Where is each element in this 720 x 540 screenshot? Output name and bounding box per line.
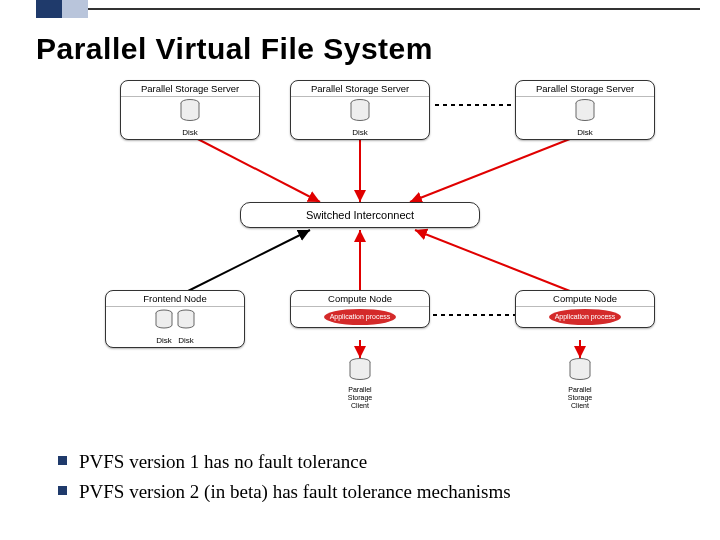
bullet-list: PVFS version 1 has no fault tolerance PV… bbox=[58, 449, 680, 510]
disk-icon: Disk bbox=[180, 99, 200, 137]
bullet-square-icon bbox=[58, 456, 67, 465]
storage-server-label: Parallel Storage Server bbox=[291, 81, 429, 97]
bullet-item: PVFS version 1 has no fault tolerance bbox=[58, 449, 680, 476]
disk-label: Disk bbox=[350, 128, 370, 137]
svg-line-7 bbox=[415, 230, 580, 295]
compute-node-2: Compute Node Application process bbox=[515, 290, 655, 328]
disk-label: Disk bbox=[155, 336, 173, 345]
disk-label: Disk bbox=[575, 128, 595, 137]
storage-server-3: Parallel Storage Server Disk bbox=[515, 80, 655, 140]
disk-icon: Disk bbox=[350, 99, 370, 137]
accent-square-dark bbox=[36, 0, 62, 18]
pvfs-diagram: Parallel Storage Server Disk Parallel St… bbox=[60, 80, 660, 410]
application-process: Application process bbox=[324, 309, 397, 325]
bullet-item: PVFS version 2 (in beta) has fault toler… bbox=[58, 479, 680, 506]
disk-icon: Disk bbox=[155, 309, 173, 345]
disk-icon: Disk bbox=[177, 309, 195, 345]
parallel-storage-client-2: Parallel Storage Client bbox=[559, 358, 601, 410]
storage-server-label: Parallel Storage Server bbox=[516, 81, 654, 97]
storage-server-1: Parallel Storage Server Disk bbox=[120, 80, 260, 140]
cylinder-icon bbox=[559, 358, 601, 384]
disk-label: Disk bbox=[180, 128, 200, 137]
accent-bar bbox=[0, 0, 720, 18]
frontend-label: Frontend Node bbox=[106, 291, 244, 307]
bullet-text: PVFS version 2 (in beta) has fault toler… bbox=[79, 479, 511, 506]
svg-line-4 bbox=[410, 135, 580, 202]
disk-icon: Disk bbox=[575, 99, 595, 137]
compute-label: Compute Node bbox=[291, 291, 429, 307]
svg-line-5 bbox=[180, 230, 310, 295]
compute-label: Compute Node bbox=[516, 291, 654, 307]
parallel-storage-client-1: Parallel Storage Client bbox=[339, 358, 381, 410]
switched-interconnect: Switched Interconnect bbox=[240, 202, 480, 228]
frontend-node: Frontend Node Disk Disk bbox=[105, 290, 245, 348]
psc-label: Parallel Storage Client bbox=[559, 386, 601, 410]
svg-line-2 bbox=[190, 135, 320, 202]
storage-server-label: Parallel Storage Server bbox=[121, 81, 259, 97]
compute-node-1: Compute Node Application process bbox=[290, 290, 430, 328]
bullet-square-icon bbox=[58, 486, 67, 495]
application-process: Application process bbox=[549, 309, 622, 325]
storage-server-2: Parallel Storage Server Disk bbox=[290, 80, 430, 140]
psc-label: Parallel Storage Client bbox=[339, 386, 381, 410]
bullet-text: PVFS version 1 has no fault tolerance bbox=[79, 449, 367, 476]
cylinder-icon bbox=[339, 358, 381, 384]
disk-label: Disk bbox=[177, 336, 195, 345]
accent-square-light bbox=[62, 0, 88, 18]
accent-line bbox=[88, 8, 700, 10]
slide-title: Parallel Virtual File System bbox=[36, 32, 433, 66]
